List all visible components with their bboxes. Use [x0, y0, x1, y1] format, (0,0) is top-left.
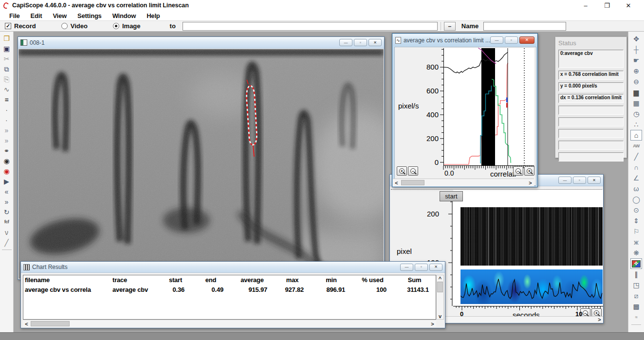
table-cell[interactable]: 915.97: [230, 285, 274, 295]
dot-large-icon[interactable]: ∙: [1, 115, 13, 125]
flag-icon[interactable]: ⚐: [630, 226, 642, 237]
crosshair-icon[interactable]: ┼: [630, 44, 642, 55]
minimize-button[interactable]: —: [400, 264, 413, 271]
menu-item-settings[interactable]: Settings: [72, 12, 107, 19]
zoom-out-tool-icon[interactable]: ⊖: [630, 76, 642, 87]
pan-hand-icon[interactable]: ☛: [630, 55, 642, 66]
zoom-in-tool-icon[interactable]: ⊕: [630, 66, 642, 76]
smooth-icon[interactable]: ∿: [1, 84, 13, 94]
save-icon[interactable]: ▣: [1, 43, 13, 54]
nu-icon[interactable]: ν: [1, 227, 13, 237]
image-window-titlebar[interactable]: 008-1 —▫✕: [18, 37, 384, 49]
zoom-out-button[interactable]: −: [408, 166, 418, 176]
move-tool-icon[interactable]: ✥: [630, 34, 642, 44]
maximize-button[interactable]: ▫: [415, 264, 428, 271]
menu-item-edit[interactable]: Edit: [25, 12, 48, 19]
wave-icon[interactable]: ≈: [630, 312, 642, 322]
maximize-button[interactable]: ▫: [573, 177, 586, 184]
branch-icon[interactable]: ❋: [630, 248, 642, 258]
copy-icon[interactable]: ⧉: [1, 64, 13, 74]
scroll-thumb[interactable]: [401, 180, 424, 185]
bug-icon[interactable]: ж: [630, 237, 642, 248]
scroll-up-icon[interactable]: ^: [437, 275, 443, 282]
step-forward-icon[interactable]: »: [1, 125, 13, 135]
polygon-icon[interactable]: ◯: [630, 194, 642, 205]
collapse-button[interactable]: –: [444, 22, 456, 31]
play-icon[interactable]: ▶: [1, 176, 13, 186]
range-input[interactable]: [183, 22, 438, 31]
draw-curve-icon[interactable]: ∩: [630, 162, 642, 173]
height-tool-icon[interactable]: ⇕: [630, 215, 642, 226]
snapshot-camera-icon[interactable]: ◉: [1, 156, 13, 166]
mask-icon[interactable]: ▆: [630, 87, 642, 98]
scroll-thumb[interactable]: [31, 321, 70, 326]
calibrate-icon[interactable]: ⌂: [630, 130, 642, 141]
jump-forward-icon[interactable]: »: [1, 135, 13, 145]
start-button[interactable]: start: [440, 191, 463, 201]
scroll-right-icon[interactable]: >: [527, 179, 534, 186]
minimize-button[interactable]: —: [339, 39, 352, 46]
menu-item-view[interactable]: View: [47, 12, 72, 19]
draw-line-icon[interactable]: ╱: [630, 151, 642, 162]
image-analyze-icon[interactable]: ✜: [630, 258, 642, 269]
close-button[interactable]: ✕: [519, 36, 534, 44]
line-tool-icon[interactable]: ╱: [1, 237, 13, 248]
fast-forward-icon[interactable]: »: [1, 197, 13, 207]
menu-item-file[interactable]: File: [4, 12, 25, 19]
minimize-button[interactable]: –: [575, 0, 596, 10]
results-window-titlebar[interactable]: Chart Results —▫✕: [21, 262, 445, 273]
close-button[interactable]: ✕: [429, 264, 442, 271]
open-file-icon[interactable]: ❒: [1, 33, 13, 43]
record-camera-icon[interactable]: ◉: [1, 166, 13, 176]
table-cell[interactable]: average cbv: [111, 285, 160, 295]
zoom-in-button[interactable]: +: [397, 166, 407, 176]
chart-plot[interactable]: [443, 48, 534, 166]
fcf-icon[interactable]: fcf: [1, 217, 13, 227]
scroll-right-icon[interactable]: >: [596, 316, 603, 323]
menu-item-help[interactable]: Help: [141, 12, 165, 19]
texture-icon[interactable]: ▩: [630, 301, 642, 312]
table-cell[interactable]: 31143.1: [393, 285, 436, 295]
chart-window-titlebar[interactable]: ∿ average cbv vs correlation limit ... —…: [393, 34, 537, 46]
name-input[interactable]: [483, 22, 566, 31]
linescan-plot[interactable]: [453, 190, 603, 306]
draw-angle-icon[interactable]: ∠: [630, 173, 642, 183]
table-cell[interactable]: 0.36: [160, 285, 191, 295]
lines-icon[interactable]: ≡: [1, 94, 13, 105]
results-hscrollbar[interactable]: < >: [23, 320, 436, 327]
restore-button[interactable]: ❐: [596, 0, 618, 10]
maximize-button[interactable]: ▫: [354, 39, 367, 46]
zoom-in-button[interactable]: +: [524, 166, 534, 176]
results-vscrollbar[interactable]: ^ v: [436, 275, 444, 320]
freehand-icon[interactable]: ω: [630, 183, 642, 194]
table-cell[interactable]: 927.82: [274, 285, 311, 295]
ellipse-icon[interactable]: ⊙: [630, 205, 642, 215]
menu-item-window[interactable]: Window: [107, 12, 142, 19]
zoom-out-button[interactable]: −: [513, 166, 523, 176]
table-cell[interactable]: 896.91: [311, 285, 352, 295]
rewind-icon[interactable]: «: [1, 186, 13, 197]
close-button[interactable]: ✕: [588, 177, 601, 184]
label-icon[interactable]: AW: [630, 141, 642, 151]
close-button[interactable]: ✕: [368, 39, 382, 46]
paste-icon[interactable]: ⎘: [1, 74, 13, 84]
scroll-right-icon[interactable]: >: [429, 321, 436, 327]
scroll-down-icon[interactable]: v: [437, 313, 443, 319]
cut-icon[interactable]: ✂: [1, 54, 13, 64]
image-radio[interactable]: [113, 23, 119, 29]
timer-icon[interactable]: ◷: [630, 108, 642, 119]
chart-hscrollbar[interactable]: < >: [393, 179, 534, 186]
scroll-left-icon[interactable]: <: [393, 179, 400, 186]
table-cell[interactable]: 0.49: [191, 285, 230, 295]
loop-icon[interactable]: ↻: [1, 207, 13, 217]
select-chart-icon[interactable]: ◳: [630, 280, 642, 290]
scroll-left-icon[interactable]: <: [23, 321, 30, 327]
dot-small-icon[interactable]: ·: [1, 105, 13, 115]
table-cell[interactable]: 100: [352, 285, 393, 295]
grid-icon[interactable]: ▦: [630, 98, 642, 108]
points-icon[interactable]: ∴: [630, 119, 642, 130]
minimize-button[interactable]: —: [490, 36, 503, 44]
close-button[interactable]: ✕: [618, 0, 639, 10]
minimize-button[interactable]: —: [558, 177, 571, 184]
measure-line-icon[interactable]: ⧄: [630, 290, 642, 301]
